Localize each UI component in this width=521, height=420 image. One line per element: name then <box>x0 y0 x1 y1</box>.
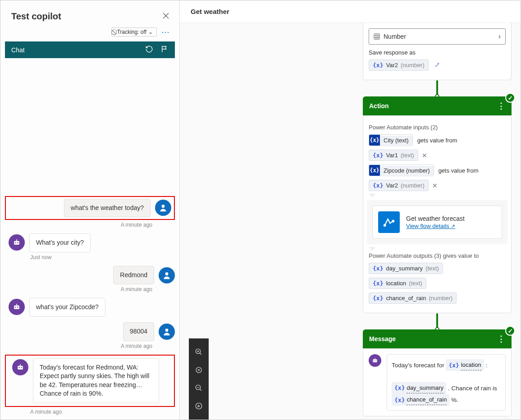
input-mapping-row: {x} Zipcode (number) gets value from <box>369 164 506 176</box>
variable-token[interactable]: {x} Var2 (number) <box>369 59 429 71</box>
message-node-body[interactable]: Today's forecast for {x}location : {x}da… <box>363 348 512 416</box>
chat-message: Today's forecast for Redmond, WA: Expect… <box>5 355 175 407</box>
svg-point-6 <box>15 307 16 308</box>
bot-avatar <box>12 359 28 375</box>
svg-rect-1 <box>14 241 19 245</box>
svg-rect-20 <box>373 359 377 362</box>
topic-title: Get weather <box>180 0 521 23</box>
success-check-icon: ✓ <box>505 93 515 103</box>
view-flow-link[interactable]: View flow details <box>406 223 455 229</box>
variable-token[interactable]: {x} Var2 (number) <box>369 180 429 191</box>
chat-message: What's your city? <box>5 233 175 252</box>
message-text[interactable]: what's your Zipcocde? <box>29 298 105 317</box>
message-text[interactable]: What's your city? <box>29 233 91 252</box>
svg-point-10 <box>18 367 20 368</box>
success-check-icon: ✓ <box>505 326 515 336</box>
outputs-label: Power Automate outputs (3) gives value t… <box>369 252 506 259</box>
panel-title: Test copilot <box>11 11 61 22</box>
remove-icon[interactable]: ✕ <box>422 152 427 159</box>
svg-point-8 <box>165 329 169 332</box>
authoring-canvas: Get weather Number <box>180 0 521 420</box>
chat-message: 98004 <box>5 322 175 341</box>
svg-point-21 <box>374 361 375 361</box>
svg-point-0 <box>162 205 165 208</box>
svg-point-4 <box>165 272 169 275</box>
parameter-token[interactable]: {x} Zipcode (number) <box>369 164 434 176</box>
timestamp: A minute ago <box>5 222 175 228</box>
zoom-out-icon[interactable] <box>189 379 209 397</box>
edit-icon[interactable] <box>434 61 440 69</box>
variable-token[interactable]: {x}day_summary <box>392 382 446 394</box>
inputs-label: Power Automate inputs (2) <box>369 124 506 131</box>
flow-title: Get weather forecast <box>406 215 465 222</box>
chat-header: Chat <box>5 41 175 58</box>
remove-icon[interactable]: ✕ <box>432 182 438 189</box>
message-text[interactable]: what's the weather today? <box>64 199 151 218</box>
message-text[interactable]: 98004 <box>123 322 154 341</box>
user-avatar <box>155 200 171 216</box>
identify-select[interactable]: Number › <box>369 28 506 45</box>
tracking-toggle[interactable]: ⃠Tracking: off⌄ <box>111 27 157 37</box>
svg-point-3 <box>17 242 18 244</box>
zoom-in-icon[interactable] <box>189 343 209 361</box>
save-response-label: Save response as <box>369 49 506 56</box>
variable-token[interactable]: {x}location <box>446 359 484 371</box>
output-token[interactable]: {x} day_summary (text) <box>369 263 443 274</box>
message-text[interactable]: Today's forecast for Redmond, WA: Expect… <box>33 358 159 403</box>
chat-scroll: what's the weather today? A minute ago W… <box>0 58 179 420</box>
zoom-toolbar <box>189 338 209 420</box>
connector <box>436 313 438 329</box>
svg-point-13 <box>196 367 201 373</box>
close-icon[interactable] <box>161 11 170 20</box>
timestamp: A minute ago <box>5 409 175 415</box>
svg-point-18 <box>384 224 386 226</box>
user-avatar <box>159 267 175 283</box>
timestamp: Just now <box>5 254 175 260</box>
node-menu-icon[interactable]: ⋮ <box>497 101 505 111</box>
chat-message: what's the weather today? <box>5 196 175 220</box>
connector <box>436 80 438 96</box>
output-token[interactable]: {x} chance_of_rain (number) <box>369 292 457 304</box>
parameter-token[interactable]: {x} City (text) <box>369 134 413 146</box>
divider <box>369 247 376 251</box>
svg-point-16 <box>196 403 202 409</box>
divider <box>369 194 376 197</box>
message-node-header[interactable]: Message ⋮ ✓ <box>363 329 512 348</box>
more-icon[interactable]: ⋯ <box>161 27 170 37</box>
svg-rect-5 <box>14 306 19 309</box>
variable-token[interactable]: {x} Var1 (text) <box>369 150 418 161</box>
flag-icon[interactable] <box>160 45 169 55</box>
chevron-right-icon: › <box>498 32 501 41</box>
chat-message: Redmond <box>5 266 175 285</box>
compass-icon[interactable] <box>189 397 209 415</box>
svg-rect-17 <box>374 34 379 39</box>
svg-rect-9 <box>18 365 23 369</box>
flow-icon <box>378 211 400 233</box>
zoom-fit-icon[interactable] <box>189 361 209 379</box>
chat-message: what's your Zipcocde? <box>5 298 175 317</box>
action-node-header[interactable]: Action ⋮ ✓ <box>363 96 512 115</box>
test-copilot-panel: Test copilot ⃠Tracking: off⌄ ⋯ Chat what… <box>0 0 180 420</box>
output-token[interactable]: {x} location (text) <box>369 278 426 289</box>
chat-label: Chat <box>11 46 25 54</box>
svg-point-11 <box>21 367 22 368</box>
message-template[interactable]: Today's forecast for {x}location : {x}da… <box>387 354 506 411</box>
flow-reference-card[interactable]: Get weather forecast View flow details <box>372 205 502 239</box>
svg-point-22 <box>375 361 376 361</box>
input-mapping-row: {x} City (text) gets value from <box>369 134 506 146</box>
message-text[interactable]: Redmond <box>113 266 154 285</box>
node-menu-icon[interactable]: ⋮ <box>497 334 505 344</box>
svg-point-7 <box>17 307 18 308</box>
user-avatar <box>159 324 175 340</box>
question-node-partial[interactable]: Number › Save response as {x} Var2 (numb… <box>363 23 512 80</box>
bot-avatar <box>9 299 25 315</box>
refresh-icon[interactable] <box>145 45 153 55</box>
svg-point-19 <box>393 220 394 222</box>
bot-avatar <box>369 354 381 367</box>
svg-point-14 <box>198 370 200 371</box>
variable-token[interactable]: {x}chance_of_rain <box>392 394 449 406</box>
timestamp: A minute ago <box>5 343 175 349</box>
timestamp: A minute ago <box>5 286 175 292</box>
svg-point-2 <box>15 242 16 244</box>
action-node-body[interactable]: Power Automate inputs (2) {x} City (text… <box>363 115 512 313</box>
